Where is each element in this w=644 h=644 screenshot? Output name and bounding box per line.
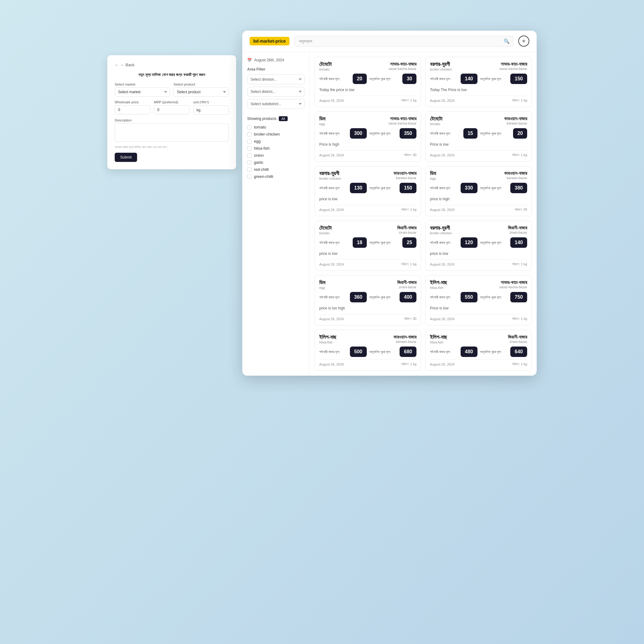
- card-quantity: পরিমাণ: 1 kg: [401, 208, 416, 212]
- product-name-bn: ইলিশ-মাছ: [430, 280, 447, 286]
- product-card: টেমেটো tomato সাভার-কাচা-বাজার savar-kac…: [315, 57, 421, 107]
- sidebar: 📅 August 26th, 2024 Area Filter Select d…: [242, 52, 310, 376]
- card-quantity: পরিমাণ: 1 kg: [512, 317, 527, 321]
- status-text: Price is low: [430, 141, 527, 148]
- product-name-bn: বয়লার-মুরগী: [430, 225, 452, 231]
- product-info: ইলিশ-মাছ hilsa-fish: [430, 334, 447, 344]
- market-info: কারওয়ান-বাজার karwan-bazar: [393, 171, 416, 180]
- price-row: পাইকারী বাজার মূলা: 550 আনুমানিক খুচরা ম…: [430, 292, 527, 302]
- market-info: সাভার-কাচা-বাজার savar-kacha-bazar: [499, 61, 527, 71]
- card-footer: August 26, 2024 পরিমাণ: 1 kg: [319, 259, 416, 266]
- add-button[interactable]: +: [518, 36, 529, 47]
- card-date: August 26, 2024: [430, 317, 454, 321]
- retail-label: আনুমানিক খুচরা মূলা:: [369, 350, 397, 354]
- unit-group: unit (পরিমাণ): [193, 100, 229, 115]
- retail-price-badge: 30: [402, 74, 416, 84]
- price-row: পাইকারী বাজার মূলা: 18 আনুমানিক খুচরা মূ…: [319, 237, 416, 248]
- select-product-dropdown[interactable]: Select product: [174, 87, 229, 97]
- product-checkbox[interactable]: [247, 167, 251, 172]
- description-label: Description: [115, 118, 229, 122]
- market-info: জিরানী-বাজার zirani-bazar: [397, 225, 416, 234]
- product-card: বয়লার-মুরগী broiler-chicken কারওয়ান-বা…: [315, 166, 421, 216]
- market-name-bn: জিরানী-বাজার: [397, 280, 416, 285]
- product-card: ইলিশ-মাছ hilsa-fish সাভার-কাচা-বাজার sav…: [425, 275, 532, 325]
- product-info: বয়লার-মুরগী broiler-chicken: [430, 225, 452, 235]
- description-textarea[interactable]: [115, 123, 229, 142]
- date-label: August 26th, 2024: [254, 58, 284, 62]
- market-name-bn: কারওয়ান-বাজার: [504, 116, 527, 121]
- product-info: ডিম egg: [319, 280, 325, 289]
- wholesale-label: পাইকারী বাজার মূলা:: [319, 131, 347, 136]
- status-text: Price is low: [430, 305, 527, 312]
- product-info: বয়লার-মুরগী broiler-chicken: [319, 171, 341, 180]
- retail-label: আনুমানিক খুচরা মূলা:: [369, 240, 400, 245]
- product-checkbox[interactable]: [247, 139, 251, 144]
- price-row: পাইকারী বাজার মূলা: 360 আনুমানিক খুচরা ম…: [319, 292, 416, 302]
- product-name-bn: ইলিশ-মাছ: [430, 334, 447, 340]
- market-name-bn: সাভার-কাচা-বাজার: [389, 61, 416, 67]
- product-card: ডিম egg সাভার-কাচা-বাজার savar-kacha-baz…: [315, 111, 421, 162]
- price-row: পাইকারী বাজার মূলা: 140 আনুমানিক খুচরা ম…: [430, 74, 527, 84]
- select-market-label: Select market: [115, 82, 170, 86]
- subdistrict-select[interactable]: Select subdistrict...: [247, 99, 305, 109]
- card-header: টেমেটো tomato কারওয়ান-বাজার karwan-baza…: [430, 116, 527, 126]
- wholesale-price-badge: 130: [350, 183, 367, 193]
- product-name-bn: ডিম: [319, 116, 325, 122]
- product-checkbox[interactable]: [247, 160, 251, 165]
- date-row: 📅 August 26th, 2024: [247, 58, 305, 62]
- wholesale-label: পাইকারী বাজার মূলা:: [319, 240, 350, 245]
- product-checkbox[interactable]: [247, 132, 251, 136]
- mrp-input[interactable]: [154, 105, 190, 114]
- product-name-en: egg: [319, 286, 325, 289]
- wholesale-price-input[interactable]: [115, 105, 150, 114]
- product-checkbox[interactable]: [247, 174, 251, 179]
- product-name-bn: টেমেটো: [319, 61, 332, 67]
- back-link[interactable]: ← ← Back: [115, 63, 229, 67]
- market-name-en: karwan-bazar: [393, 176, 416, 180]
- product-name-bn: ডিম: [430, 171, 436, 177]
- market-info: কারওয়ান-বাজার karwan-bazar: [393, 334, 416, 343]
- retail-label: আনুমানিক খুচরা মূলা:: [369, 77, 400, 81]
- product-name: green-chilli: [254, 174, 273, 179]
- unit-input[interactable]: [193, 105, 229, 115]
- market-name-bn: জিরানী-বাজার: [397, 225, 416, 231]
- wholesale-price-badge: 140: [461, 74, 477, 84]
- search-input[interactable]: [294, 36, 513, 47]
- card-footer: August 26, 2024 পরিমাণ: 1 kg: [319, 205, 416, 212]
- retail-label: আনুমানিক খুচরা মূলা:: [480, 131, 511, 136]
- mrp-group: MRP (preferred): [154, 100, 190, 115]
- select-market-dropdown[interactable]: Select market: [115, 87, 170, 97]
- division-select[interactable]: Select division...: [247, 75, 305, 84]
- status-text: price is low: [319, 196, 416, 202]
- retail-label: আনুমানিক খুচরা মূলা:: [480, 350, 508, 354]
- product-checkbox[interactable]: [247, 146, 251, 151]
- wholesale-price-badge: 15: [463, 128, 477, 139]
- status-text: Today the price is low: [319, 86, 416, 93]
- product-name: hilsa-fish: [254, 146, 270, 151]
- card-header: বয়লার-মুরগী broiler-chicken জিরানী-বাজা…: [430, 225, 527, 235]
- product-checkbox[interactable]: [247, 153, 251, 158]
- product-card: ডিম egg কারওয়ান-বাজার karwan-bazar পাইক…: [425, 166, 532, 216]
- market-name-en: karwan-bazar: [504, 176, 527, 180]
- list-item: hilsa-fish: [247, 146, 305, 151]
- market-name-bn: সাভার-কাচা-বাজার: [389, 116, 416, 121]
- market-info: জিরানী-বাজার zirani-bazar: [508, 334, 527, 343]
- retail-price-badge: 680: [400, 347, 416, 357]
- card-date: August 26, 2024: [319, 208, 344, 212]
- card-header: ডিম egg কারওয়ান-বাজার karwan-bazar: [430, 171, 527, 180]
- product-checkbox[interactable]: [247, 125, 251, 129]
- wholesale-price-badge: 550: [461, 292, 477, 302]
- product-info: ডিম egg: [430, 171, 436, 180]
- app-header: bd-market-price 🔍 +: [242, 31, 537, 52]
- retail-price-badge: 380: [510, 183, 527, 193]
- market-name-en: zirani-bazar: [397, 285, 416, 289]
- card-date: August 26, 2024: [319, 317, 344, 321]
- submit-button[interactable]: Submit: [115, 153, 137, 162]
- product-card: বয়লার-মুরগী broiler-chicken জিরানী-বাজা…: [425, 220, 532, 271]
- district-select[interactable]: Select district...: [247, 87, 305, 97]
- card-date: August 26, 2024: [430, 362, 454, 366]
- market-name-en: zirani-bazar: [508, 340, 527, 343]
- price-row: পাইকারী বাজার মূলা: 300 আনুমানিক খুচরা ম…: [319, 128, 416, 139]
- price-row: পাইকারী বাজার মূলা: 15 আনুমানিক খুচরা মূ…: [430, 128, 527, 139]
- wholesale-label: পাইকারী বাজার মূলা:: [319, 186, 347, 190]
